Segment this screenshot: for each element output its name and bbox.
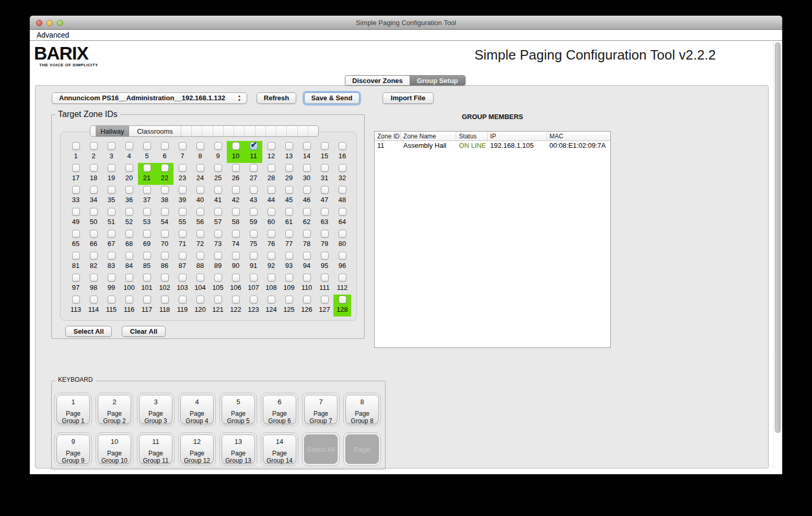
zone-cell-59[interactable]: 59 bbox=[245, 207, 262, 229]
zone-cell-63[interactable]: 63 bbox=[316, 207, 333, 229]
tab-classrooms[interactable]: Classrooms bbox=[129, 126, 181, 136]
zone-cell-43[interactable]: 43 bbox=[245, 185, 262, 207]
zone-cell-95[interactable]: 95 bbox=[316, 251, 333, 273]
select-all-zones-button[interactable]: Select All bbox=[65, 326, 112, 337]
zone-cell-108[interactable]: 108 bbox=[262, 273, 280, 295]
zone-checkbox-101[interactable] bbox=[143, 274, 151, 282]
zone-cell-67[interactable]: 67 bbox=[102, 229, 120, 251]
zone-cell-28[interactable]: 28 bbox=[262, 163, 280, 185]
column-header-mac[interactable]: MAC bbox=[547, 132, 610, 140]
page-group-button-12[interactable]: 12PageGroup 12 bbox=[178, 432, 216, 466]
zone-cell-17[interactable]: 17 bbox=[67, 163, 85, 185]
zone-cell-76[interactable]: 76 bbox=[262, 229, 280, 251]
zone-checkbox-30[interactable] bbox=[303, 164, 311, 172]
zone-checkbox-73[interactable] bbox=[214, 230, 222, 238]
column-header-ip[interactable]: IP bbox=[488, 132, 547, 140]
page-group-button-face[interactable]: 4PageGroup 4 bbox=[180, 395, 214, 424]
zone-cell-83[interactable]: 83 bbox=[102, 251, 120, 273]
zone-cell-123[interactable]: 123 bbox=[245, 295, 262, 316]
zone-checkbox-120[interactable] bbox=[196, 296, 204, 303]
page-group-button-face[interactable]: 8PageGroup 8 bbox=[345, 395, 379, 424]
zone-cell-86[interactable]: 86 bbox=[156, 251, 173, 273]
zone-checkbox-11[interactable] bbox=[250, 142, 258, 150]
zone-checkbox-124[interactable] bbox=[268, 296, 275, 303]
zone-cell-82[interactable]: 82 bbox=[85, 251, 102, 273]
zone-cell-96[interactable]: 96 bbox=[333, 251, 351, 273]
zone-checkbox-33[interactable] bbox=[72, 186, 80, 194]
zone-checkbox-35[interactable] bbox=[108, 186, 115, 194]
tab-discover-zones[interactable]: Discover Zones bbox=[345, 76, 410, 85]
zone-checkbox-57[interactable] bbox=[214, 208, 222, 216]
zone-cell-53[interactable]: 53 bbox=[138, 207, 156, 229]
zone-checkbox-22[interactable] bbox=[161, 164, 169, 172]
zone-cell-50[interactable]: 50 bbox=[85, 207, 102, 229]
zone-checkbox-9[interactable] bbox=[214, 142, 222, 150]
zone-checkbox-60[interactable] bbox=[268, 208, 275, 216]
page-group-button-4[interactable]: 4PageGroup 4 bbox=[178, 393, 216, 426]
zone-cell-92[interactable]: 92 bbox=[262, 251, 280, 273]
zone-cell-37[interactable]: 37 bbox=[138, 185, 156, 207]
zone-checkbox-128[interactable] bbox=[339, 296, 346, 303]
zone-cell-70[interactable]: 70 bbox=[156, 229, 173, 251]
zone-cell-54[interactable]: 54 bbox=[156, 207, 173, 229]
page-group-button-face[interactable]: 9PageGroup 9 bbox=[56, 435, 90, 464]
zone-checkbox-66[interactable] bbox=[90, 230, 98, 238]
zone-cell-69[interactable]: 69 bbox=[138, 229, 156, 251]
zone-cell-3[interactable]: 3 bbox=[102, 141, 120, 163]
zone-checkbox-111[interactable] bbox=[321, 274, 329, 282]
zone-checkbox-117[interactable] bbox=[143, 296, 151, 303]
refresh-button[interactable]: Refresh bbox=[257, 92, 296, 104]
zone-cell-34[interactable]: 34 bbox=[85, 185, 102, 207]
zone-checkbox-92[interactable] bbox=[268, 252, 275, 260]
zone-cell-42[interactable]: 42 bbox=[227, 185, 245, 207]
zone-cell-2[interactable]: 2 bbox=[85, 141, 102, 163]
zone-cell-55[interactable]: 55 bbox=[173, 207, 191, 229]
zone-checkbox-37[interactable] bbox=[143, 186, 151, 194]
zone-cell-25[interactable]: 25 bbox=[209, 163, 227, 185]
tab-group-setup[interactable]: Group Setup bbox=[410, 76, 465, 85]
zone-checkbox-38[interactable] bbox=[161, 186, 169, 194]
zone-checkbox-86[interactable] bbox=[161, 252, 169, 260]
zone-checkbox-56[interactable] bbox=[196, 208, 204, 216]
zone-checkbox-89[interactable] bbox=[214, 252, 222, 260]
column-header-zone-name[interactable]: Zone Name bbox=[401, 132, 457, 140]
zone-checkbox-17[interactable] bbox=[72, 164, 80, 172]
zone-cell-26[interactable]: 26 bbox=[227, 163, 245, 185]
save-send-button[interactable]: Save & Send bbox=[304, 92, 359, 104]
zone-cell-127[interactable]: 127 bbox=[316, 295, 333, 316]
zone-cell-4[interactable]: 4 bbox=[120, 141, 138, 163]
zone-cell-113[interactable]: 113 bbox=[67, 295, 85, 316]
zone-checkbox-70[interactable] bbox=[161, 230, 169, 238]
zone-checkbox-81[interactable] bbox=[72, 252, 80, 260]
page-group-button-8[interactable]: 8PageGroup 8 bbox=[343, 393, 381, 426]
zone-cell-117[interactable]: 117 bbox=[138, 295, 156, 316]
page-disabled-button[interactable]: Page bbox=[343, 432, 381, 466]
zone-checkbox-64[interactable] bbox=[339, 208, 346, 216]
column-header-status[interactable]: Status bbox=[456, 132, 488, 140]
zone-cell-14[interactable]: 14 bbox=[298, 141, 316, 163]
zone-checkbox-31[interactable] bbox=[321, 164, 329, 172]
page-group-button-13[interactable]: 13PageGroup 13 bbox=[219, 432, 257, 466]
zone-checkbox-96[interactable] bbox=[339, 252, 346, 260]
zone-checkbox-27[interactable] bbox=[250, 164, 258, 172]
zone-checkbox-87[interactable] bbox=[179, 252, 187, 260]
zone-cell-114[interactable]: 114 bbox=[85, 295, 102, 316]
zone-cell-79[interactable]: 79 bbox=[316, 229, 333, 251]
zone-cell-21[interactable]: 21 bbox=[138, 163, 156, 185]
import-file-button[interactable]: Import File bbox=[382, 92, 434, 104]
zone-cell-8[interactable]: 8 bbox=[191, 141, 209, 163]
zone-cell-61[interactable]: 61 bbox=[280, 207, 298, 229]
zone-cell-118[interactable]: 118 bbox=[156, 295, 173, 316]
zone-cell-122[interactable]: 122 bbox=[227, 295, 245, 316]
zone-checkbox-29[interactable] bbox=[285, 164, 293, 172]
zone-checkbox-122[interactable] bbox=[232, 296, 240, 303]
zone-cell-10[interactable]: 10 bbox=[227, 141, 245, 163]
zone-checkbox-2[interactable] bbox=[90, 142, 98, 150]
zone-cell-90[interactable]: 90 bbox=[227, 251, 245, 273]
zone-cell-27[interactable]: 27 bbox=[245, 163, 262, 185]
zone-cell-49[interactable]: 49 bbox=[67, 207, 85, 229]
zone-checkbox-107[interactable] bbox=[250, 274, 258, 282]
zone-checkbox-20[interactable] bbox=[125, 164, 133, 172]
vertical-scrollbar-thumb[interactable] bbox=[775, 42, 781, 433]
zone-cell-121[interactable]: 121 bbox=[209, 295, 227, 316]
